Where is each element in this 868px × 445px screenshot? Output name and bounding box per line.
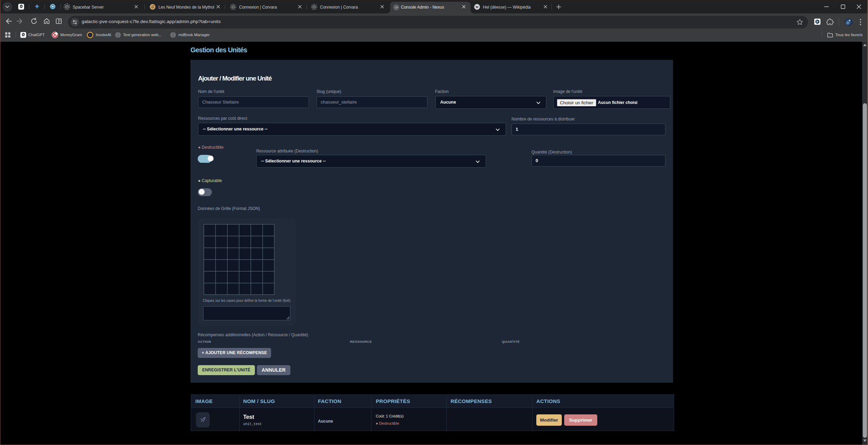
- svg-text:W: W: [51, 5, 54, 8]
- svg-text:W: W: [475, 5, 479, 9]
- svg-text:S: S: [66, 5, 68, 9]
- svg-text:S: S: [232, 5, 234, 9]
- svg-text:S: S: [313, 5, 315, 9]
